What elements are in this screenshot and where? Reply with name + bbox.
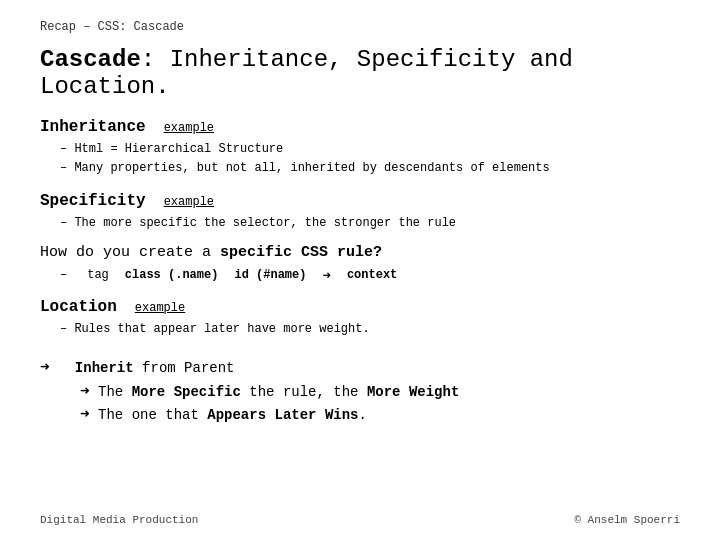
specificity-bullets: The more specific the selector, the stro… [40, 214, 680, 233]
location-title: Location [40, 298, 117, 316]
top-bar-title: Recap – CSS: Cascade [40, 20, 184, 34]
footer: Digital Media Production © Anselm Spoerr… [40, 514, 680, 526]
inherit-arrow: ➜ [40, 359, 50, 377]
how-do-normal: How do you create a [40, 244, 220, 261]
inherit-sub-line-2: ➜ The one that Appears Later Wins. [80, 404, 680, 424]
inherit-sub-line-1: ➜ The More Specific the rule, the More W… [80, 381, 680, 401]
main-title-cascade: Cascade [40, 46, 141, 73]
list-item: Rules that appear later have more weight… [60, 320, 680, 339]
inheritance-bullets: Html = Hierarchical Structure Many prope… [40, 140, 680, 178]
main-title: Cascade: Inheritance, Specificity and Lo… [40, 46, 680, 100]
how-item-class: class (.name) [125, 268, 219, 282]
sub-inherit: ➜ The More Specific the rule, the More W… [40, 381, 680, 424]
footer-right: © Anselm Spoerri [574, 514, 680, 526]
top-bar: Recap – CSS: Cascade [40, 20, 680, 34]
inherit-bold-word: Inherit [75, 360, 134, 376]
page: Recap – CSS: Cascade Cascade: Inheritanc… [0, 0, 720, 540]
inheritance-example-link[interactable]: example [164, 121, 214, 135]
list-item: Many properties, but not all, inherited … [60, 159, 680, 178]
inheritance-header: Inheritance example [40, 118, 680, 136]
how-do-line: – tag class (.name) id (#name) ➜ context [40, 267, 680, 284]
footer-left: Digital Media Production [40, 514, 198, 526]
list-item: Html = Hierarchical Structure [60, 140, 680, 159]
inherit-main-line: ➜ Inherit from Parent [40, 357, 680, 377]
specificity-section: Specificity example The more specific th… [40, 192, 680, 283]
location-section: Location example Rules that appear later… [40, 298, 680, 339]
how-context: context [347, 268, 397, 282]
how-line-dash: – [60, 268, 67, 282]
specificity-example-link[interactable]: example [164, 195, 214, 209]
inherit-rest: from Parent [142, 360, 234, 376]
inherit-section: ➜ Inherit from Parent ➜ The More Specifi… [40, 357, 680, 424]
specificity-title: Specificity [40, 192, 146, 210]
how-item-tag: tag [87, 268, 109, 282]
location-bullets: Rules that appear later have more weight… [40, 320, 680, 339]
how-do-bold: specific CSS rule? [220, 244, 382, 261]
list-item: The more specific the selector, the stro… [60, 214, 680, 233]
how-do-heading: How do you create a specific CSS rule? [40, 244, 680, 261]
location-example-link[interactable]: example [135, 301, 185, 315]
how-item-id: id (#name) [234, 268, 306, 282]
inheritance-title: Inheritance [40, 118, 146, 136]
how-arrow: ➜ [322, 267, 330, 284]
location-header: Location example [40, 298, 680, 316]
specificity-header: Specificity example [40, 192, 680, 210]
inheritance-section: Inheritance example Html = Hierarchical … [40, 118, 680, 178]
